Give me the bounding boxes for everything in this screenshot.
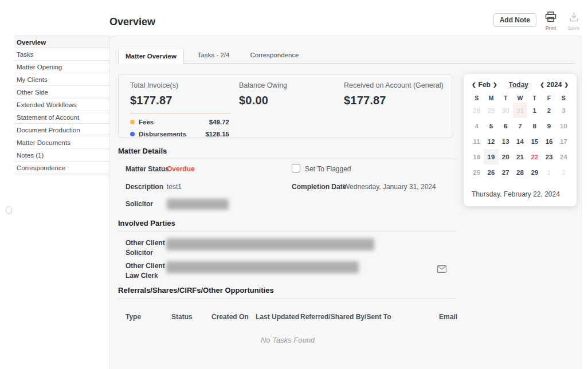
calendar-day[interactable]: 7 [513, 118, 527, 134]
calendar-day[interactable]: 6 [499, 118, 513, 134]
invoice-breakdown-row: Fees $49.72 [130, 119, 229, 125]
divider [118, 159, 457, 159]
calendar-day[interactable]: 21 [513, 149, 527, 164]
calendar-weekday-label: T [527, 95, 542, 101]
calendar-day[interactable]: 30 [499, 103, 513, 118]
calendar-day[interactable]: 15 [527, 134, 542, 149]
calendar-day[interactable]: 18 [469, 149, 484, 164]
tab[interactable]: Matter Overview [118, 49, 184, 64]
calendar-day[interactable]: 4 [469, 118, 484, 134]
calendar-day-grid: 2829303112345678910111213141516171819202… [469, 103, 571, 180]
completion-date-value: Wednesday, January 31, 2024 [343, 183, 436, 191]
sidebar-item[interactable]: Other Side [14, 86, 109, 99]
matter-status-label: Matter Status [126, 165, 169, 173]
calendar-day[interactable]: 2 [556, 164, 571, 180]
sidebar-item[interactable]: Matter Opening [14, 61, 109, 73]
calendar-day[interactable]: 14 [513, 134, 527, 149]
calendar-day[interactable]: 10 [556, 118, 571, 134]
received-label: Received on Account (General) [344, 81, 453, 89]
calendar-day[interactable]: 20 [499, 149, 513, 164]
calendar-day[interactable]: 13 [499, 134, 513, 149]
calendar-day[interactable]: 28 [513, 164, 527, 180]
calendar-day[interactable]: 23 [542, 149, 556, 164]
prev-year-icon[interactable]: ❮ [540, 82, 544, 88]
calendar-header: ❮ Feb ❯ Today ❮ 2024 ❯ [469, 81, 571, 89]
next-month-icon[interactable]: ❯ [493, 82, 497, 88]
other-client-law-clerk-value-redacted [166, 261, 359, 273]
calendar-day[interactable]: 31 [513, 103, 527, 118]
calendar-day[interactable]: 5 [484, 118, 498, 134]
calendar-day[interactable]: 26 [484, 164, 498, 180]
calendar-weekday-label: S [469, 95, 484, 101]
sidebar-item[interactable]: Document Production [14, 124, 109, 136]
calendar-day[interactable]: 1 [542, 164, 556, 180]
calendar-day[interactable]: 12 [484, 134, 498, 149]
calendar-day[interactable]: 28 [469, 103, 484, 118]
calendar-day[interactable]: 9 [542, 118, 556, 134]
description-label: Description [126, 183, 163, 191]
calendar-widget: ❮ Feb ❯ Today ❮ 2024 ❯ SMTWTFS 282930311… [464, 74, 577, 206]
sidebar-item[interactable]: Correspondence [14, 162, 109, 174]
sidebar-item[interactable]: Overview [14, 36, 109, 48]
calendar-year-label: 2024 [547, 81, 562, 89]
table-column-header: Referred/Shared By/Sent To [300, 313, 423, 321]
sidebar-item[interactable]: Extended Workflows [14, 99, 109, 111]
calendar-day[interactable]: 22 [527, 149, 542, 164]
involved-parties-heading: Involved Parties [118, 219, 457, 228]
tab[interactable]: Correspondence [243, 48, 305, 63]
calendar-day[interactable]: 17 [556, 134, 571, 149]
solicitor-value-redacted [167, 199, 229, 210]
calendar-day[interactable]: 25 [469, 164, 484, 180]
calendar-month-nav: ❮ Feb ❯ [472, 81, 497, 89]
calendar-weekday-label: T [499, 95, 513, 101]
invoice-breakdown-row: Disbursements $128.15 [130, 131, 229, 138]
content-column: Total Invoice(s) $177.87 Fees $49.72 Dis… [118, 64, 457, 344]
calendar-day[interactable]: 2 [542, 103, 556, 118]
tab-bar: Matter OverviewTasks - 2/4Correspondence [118, 49, 575, 64]
completion-date-label: Completion Date [292, 183, 346, 191]
tab[interactable]: Tasks - 2/4 [191, 48, 237, 63]
sidebar-item[interactable]: My Clients [14, 73, 109, 86]
calendar-day[interactable]: 16 [542, 134, 556, 149]
sidebar-item[interactable]: Notes (1) [14, 149, 109, 162]
print-label: Print [546, 25, 556, 31]
received-on-account-block: Received on Account (General) $177.87 [344, 81, 453, 138]
calendar-day[interactable]: 1 [527, 103, 542, 118]
prev-month-icon[interactable]: ❮ [472, 82, 476, 88]
calendar-day[interactable]: 29 [484, 103, 498, 118]
breakdown-dot-icon [130, 120, 135, 124]
page-title: Overview [109, 16, 155, 28]
breakdown-value: $49.72 [209, 119, 229, 125]
sidebar-item[interactable]: Matter Documents [14, 136, 109, 149]
matter-details-heading: Matter Details [118, 147, 457, 156]
calendar-day[interactable]: 3 [556, 103, 571, 118]
balance-owing-value: $0.00 [239, 94, 344, 107]
set-to-flagged-checkbox[interactable] [292, 164, 300, 172]
calendar-weekday-label: F [542, 95, 556, 101]
print-button[interactable]: Print [542, 11, 559, 31]
calendar-day[interactable]: 27 [499, 164, 513, 180]
matter-status-row: Matter Status Overdue Set To Flagged [126, 164, 457, 175]
table-column-header: Email [423, 313, 457, 321]
calendar-day[interactable]: 29 [527, 164, 542, 180]
calendar-weekday-label: S [556, 95, 571, 101]
sidebar-item[interactable]: Tasks [14, 48, 109, 61]
table-column-header: Status [171, 313, 211, 321]
calendar-day[interactable]: 8 [527, 118, 542, 134]
description-row: Description test1 Completion Date Wednes… [126, 182, 457, 193]
other-client-solicitor-row: Other Client Solicitor [126, 237, 457, 260]
add-note-button[interactable]: Add Note [493, 13, 536, 27]
calendar-day[interactable]: 24 [556, 149, 571, 164]
calendar-day[interactable]: 11 [469, 134, 484, 149]
calendar-day[interactable]: 19 [484, 149, 498, 164]
calendar-today-link[interactable]: Today [509, 81, 528, 89]
balance-owing-block: Balance Owing $0.00 [239, 81, 344, 138]
save-button[interactable]: Save [565, 11, 582, 31]
sidebar-collapse-handle[interactable] [6, 206, 12, 214]
solicitor-label: Solicitor [126, 200, 153, 208]
calendar-weekday-label: M [484, 95, 498, 101]
next-year-icon[interactable]: ❯ [564, 82, 569, 88]
email-envelope-icon[interactable] [437, 265, 448, 273]
other-client-solicitor-value-redacted [166, 238, 374, 250]
sidebar-item[interactable]: Statement of Account [14, 111, 109, 124]
